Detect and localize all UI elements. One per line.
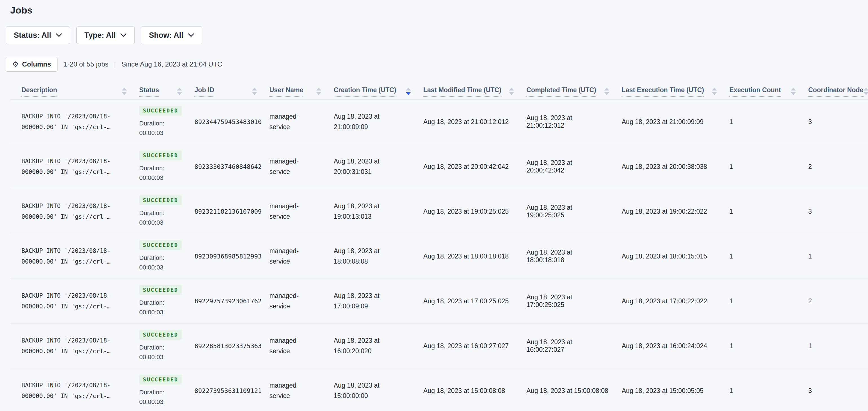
user-name: managed- service bbox=[270, 291, 334, 312]
column-header-coordinator-node[interactable]: Coordinator Node bbox=[808, 86, 865, 97]
sort-arrows-icon[interactable] bbox=[604, 88, 609, 95]
sort-up-icon bbox=[252, 88, 257, 90]
column-header-creation-time[interactable]: Creation Time (UTC) bbox=[334, 86, 423, 97]
sort-down-icon bbox=[509, 92, 514, 95]
job-description[interactable]: BACKUP INTO '/2023/08/18- 000000.00' IN … bbox=[22, 335, 139, 357]
show-filter-dropdown[interactable]: Show: All bbox=[141, 27, 203, 44]
columns-button[interactable]: ⚙ Columns bbox=[6, 57, 58, 71]
job-duration: Duration: 00:00:03 bbox=[139, 298, 164, 317]
job-description[interactable]: BACKUP INTO '/2023/08/18- 000000.00' IN … bbox=[22, 156, 139, 177]
sort-arrows-icon[interactable] bbox=[509, 88, 514, 95]
execution-count: 1 bbox=[730, 253, 808, 260]
user-name: managed- service bbox=[270, 380, 334, 401]
column-header-last-modified-time[interactable]: Last Modified Time (UTC) bbox=[423, 86, 526, 97]
job-description[interactable]: BACKUP INTO '/2023/08/18- 000000.00' IN … bbox=[22, 201, 139, 222]
table-row: BACKUP INTO '/2023/08/18- 000000.00' IN … bbox=[10, 144, 868, 189]
status-badge: SUCCEEDED bbox=[139, 285, 182, 295]
completed-time: Aug 18, 2023 at 17:00:25:025 bbox=[526, 293, 622, 309]
sort-arrows-icon[interactable] bbox=[316, 88, 321, 95]
status-filter-dropdown[interactable]: Status: All bbox=[6, 27, 70, 44]
job-id: 892333037460848642 bbox=[194, 163, 270, 170]
sort-down-icon bbox=[177, 92, 182, 95]
creation-time: Aug 18, 2023 at 16:00:20:020 bbox=[334, 335, 423, 356]
sort-arrows-icon[interactable] bbox=[122, 88, 127, 95]
job-description[interactable]: BACKUP INTO '/2023/08/18- 000000.00' IN … bbox=[22, 380, 139, 402]
column-header-last-execution-time[interactable]: Last Execution Time (UTC) bbox=[622, 86, 730, 97]
job-description[interactable]: BACKUP INTO '/2023/08/18- 000000.00' IN … bbox=[22, 290, 139, 312]
execution-count: 1 bbox=[730, 297, 808, 305]
column-header-label: Coordinator Node bbox=[808, 86, 864, 97]
type-filter-dropdown[interactable]: Type: All bbox=[76, 27, 135, 44]
sort-down-icon bbox=[316, 92, 321, 95]
coordinator-node: 3 bbox=[808, 118, 865, 126]
coordinator-node: 2 bbox=[808, 163, 865, 171]
last-execution-time: Aug 18, 2023 at 18:00:15:015 bbox=[622, 253, 730, 260]
sort-arrows-icon[interactable] bbox=[252, 88, 257, 95]
column-header-label: Last Modified Time (UTC) bbox=[423, 86, 501, 97]
column-header-completed-time[interactable]: Completed Time (UTC) bbox=[526, 86, 622, 97]
column-header-label: Job ID bbox=[194, 86, 214, 97]
sort-up-icon bbox=[177, 88, 182, 90]
user-name: managed- service bbox=[270, 201, 334, 222]
job-id: 892297573923061762 bbox=[194, 298, 270, 305]
sort-arrows-icon[interactable] bbox=[791, 88, 796, 95]
execution-count: 1 bbox=[730, 387, 808, 395]
job-description[interactable]: BACKUP INTO '/2023/08/18- 000000.00' IN … bbox=[22, 245, 139, 267]
job-id: 892309368985812993 bbox=[194, 253, 270, 260]
last-modified-time: Aug 18, 2023 at 20:00:42:042 bbox=[423, 163, 526, 171]
last-execution-time: Aug 18, 2023 at 21:00:09:09 bbox=[622, 118, 730, 126]
coordinator-node: 1 bbox=[808, 253, 865, 260]
job-status-cell: SUCCEEDED Duration: 00:00:03 bbox=[139, 240, 194, 272]
sort-arrows-icon[interactable] bbox=[177, 88, 182, 95]
table-header-row: Description Status Job ID User Name Crea… bbox=[10, 83, 868, 99]
sort-down-icon bbox=[406, 92, 411, 95]
coordinator-node: 1 bbox=[808, 342, 865, 350]
job-id: 892285813023375363 bbox=[194, 343, 270, 350]
completed-time: Aug 18, 2023 at 15:00:08:08 bbox=[526, 387, 622, 395]
user-name: managed- service bbox=[270, 246, 334, 267]
last-execution-time: Aug 18, 2023 at 20:00:38:038 bbox=[622, 163, 730, 171]
column-header-user-name[interactable]: User Name bbox=[270, 86, 334, 97]
column-header-label: Creation Time (UTC) bbox=[334, 86, 396, 97]
column-header-execution-count[interactable]: Execution Count bbox=[730, 86, 808, 97]
sort-down-icon bbox=[252, 92, 257, 95]
filter-label: Show: All bbox=[149, 31, 183, 40]
table-row: BACKUP INTO '/2023/08/18- 000000.00' IN … bbox=[10, 189, 868, 234]
column-header-job-id[interactable]: Job ID bbox=[194, 86, 270, 97]
sort-up-icon bbox=[791, 88, 796, 90]
creation-time: Aug 18, 2023 at 19:00:13:013 bbox=[334, 201, 423, 222]
completed-time: Aug 18, 2023 at 18:00:18:018 bbox=[526, 248, 622, 264]
last-modified-time: Aug 18, 2023 at 17:00:25:025 bbox=[423, 297, 526, 305]
filter-bar: Status: All Type: All Show: All bbox=[6, 27, 868, 44]
job-status-cell: SUCCEEDED Duration: 00:00:03 bbox=[139, 195, 194, 228]
column-header-description[interactable]: Description bbox=[22, 86, 139, 97]
job-id: 892321182136107009 bbox=[194, 208, 270, 215]
last-modified-time: Aug 18, 2023 at 15:00:08:08 bbox=[423, 387, 526, 395]
sort-down-icon bbox=[712, 92, 717, 95]
chevron-down-icon bbox=[188, 33, 194, 37]
last-execution-time: Aug 18, 2023 at 15:00:05:05 bbox=[622, 387, 730, 395]
sort-arrows-icon[interactable] bbox=[406, 88, 411, 95]
creation-time: Aug 18, 2023 at 15:00:00:00 bbox=[334, 380, 423, 401]
sort-arrows-icon[interactable] bbox=[864, 88, 868, 95]
execution-count: 1 bbox=[730, 208, 808, 215]
last-modified-time: Aug 18, 2023 at 21:00:12:012 bbox=[423, 118, 526, 126]
sort-up-icon bbox=[864, 88, 868, 90]
job-duration: Duration: 00:00:03 bbox=[139, 253, 164, 272]
last-modified-time: Aug 18, 2023 at 19:00:25:025 bbox=[423, 208, 526, 215]
user-name: managed- service bbox=[270, 111, 334, 132]
column-header-status[interactable]: Status bbox=[139, 86, 194, 97]
sort-up-icon bbox=[316, 88, 321, 90]
gear-icon: ⚙ bbox=[12, 61, 19, 68]
job-status-cell: SUCCEEDED Duration: 00:00:03 bbox=[139, 285, 194, 317]
sort-up-icon bbox=[122, 88, 127, 90]
table-row: BACKUP INTO '/2023/08/18- 000000.00' IN … bbox=[10, 369, 868, 411]
coordinator-node: 3 bbox=[808, 208, 865, 215]
creation-time: Aug 18, 2023 at 20:00:31:031 bbox=[334, 156, 423, 177]
job-status-cell: SUCCEEDED Duration: 00:00:03 bbox=[139, 150, 194, 183]
sort-arrows-icon[interactable] bbox=[712, 88, 717, 95]
coordinator-node: 2 bbox=[808, 297, 865, 305]
job-description[interactable]: BACKUP INTO '/2023/08/18- 000000.00' IN … bbox=[22, 111, 139, 133]
completed-time: Aug 18, 2023 at 19:00:25:025 bbox=[526, 204, 622, 219]
column-header-label: Execution Count bbox=[730, 86, 781, 97]
